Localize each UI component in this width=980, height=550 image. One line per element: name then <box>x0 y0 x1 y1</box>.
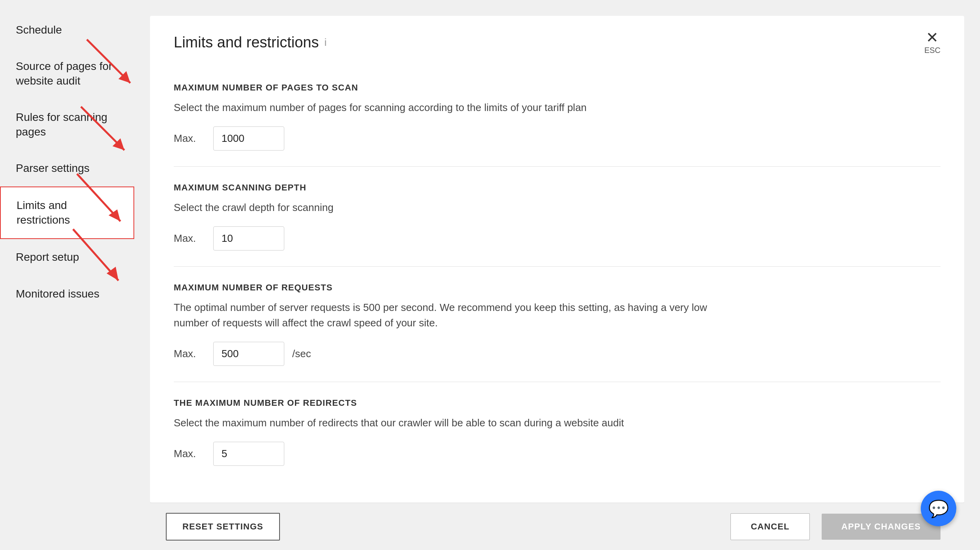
section-max-redirects: THE MAXIMUM NUMBER OF REDIRECTS Select t… <box>174 382 941 482</box>
panel-title-text: Limits and restrictions <box>174 34 319 51</box>
arrow-4 <box>65 221 132 292</box>
max-redirects-input[interactable] <box>213 442 284 466</box>
section-max-depth-title: MAXIMUM SCANNING DEPTH <box>174 183 941 193</box>
max-depth-label: Max. <box>174 232 205 245</box>
section-max-redirects-title: THE MAXIMUM NUMBER OF REDIRECTS <box>174 398 941 408</box>
section-max-requests: MAXIMUM NUMBER OF REQUESTS The optimal n… <box>174 267 941 382</box>
chat-button[interactable]: 💬 <box>921 491 956 526</box>
section-max-redirects-desc: Select the maximum number of redirects t… <box>174 415 727 431</box>
sidebar: Schedule Source of pages for website aud… <box>0 0 134 550</box>
section-max-pages-input-row: Max. <box>174 126 941 151</box>
panel-title: Limits and restrictions i <box>174 34 327 51</box>
section-max-depth-desc: Select the crawl depth for scanning <box>174 200 727 215</box>
max-pages-input[interactable] <box>213 126 284 151</box>
panel-body: MAXIMUM NUMBER OF PAGES TO SCAN Select t… <box>150 67 964 503</box>
footer: RESET SETTINGS CANCEL APPLY CHANGES <box>150 503 964 550</box>
apply-changes-button[interactable]: APPLY CHANGES <box>822 514 941 540</box>
section-max-depth: MAXIMUM SCANNING DEPTH Select the crawl … <box>174 167 941 267</box>
max-requests-label: Max. <box>174 348 205 360</box>
section-max-redirects-input-row: Max. <box>174 442 941 466</box>
max-requests-unit: /sec <box>292 348 311 360</box>
panel-header: Limits and restrictions i ✕ ESC <box>150 16 964 67</box>
main-container: Schedule Source of pages for website aud… <box>0 0 980 550</box>
footer-right: CANCEL APPLY CHANGES <box>730 513 941 540</box>
esc-label: ESC <box>924 46 941 55</box>
arrow-1 <box>79 32 142 95</box>
section-max-pages: MAXIMUM NUMBER OF PAGES TO SCAN Select t… <box>174 67 941 167</box>
max-redirects-label: Max. <box>174 448 205 460</box>
info-icon[interactable]: i <box>324 36 327 49</box>
close-x-icon: ✕ <box>926 30 939 45</box>
max-requests-input[interactable] <box>213 342 284 366</box>
reset-settings-button[interactable]: RESET SETTINGS <box>166 513 280 541</box>
close-button[interactable]: ✕ ESC <box>924 30 941 55</box>
section-max-pages-desc: Select the maximum number of pages for s… <box>174 100 727 115</box>
chat-icon: 💬 <box>928 499 949 518</box>
section-max-pages-title: MAXIMUM NUMBER OF PAGES TO SCAN <box>174 83 941 93</box>
section-max-requests-desc: The optimal number of server requests is… <box>174 300 727 331</box>
section-max-requests-title: MAXIMUM NUMBER OF REQUESTS <box>174 283 941 293</box>
arrow-2 <box>73 99 136 162</box>
main-panel: Limits and restrictions i ✕ ESC MAXIMUM … <box>150 16 964 503</box>
section-max-depth-input-row: Max. <box>174 226 941 251</box>
max-pages-label: Max. <box>174 132 205 145</box>
section-max-requests-input-row: Max. /sec <box>174 342 941 366</box>
cancel-button[interactable]: CANCEL <box>730 513 809 540</box>
max-depth-input[interactable] <box>213 226 284 251</box>
content-area: Limits and restrictions i ✕ ESC MAXIMUM … <box>134 0 980 550</box>
